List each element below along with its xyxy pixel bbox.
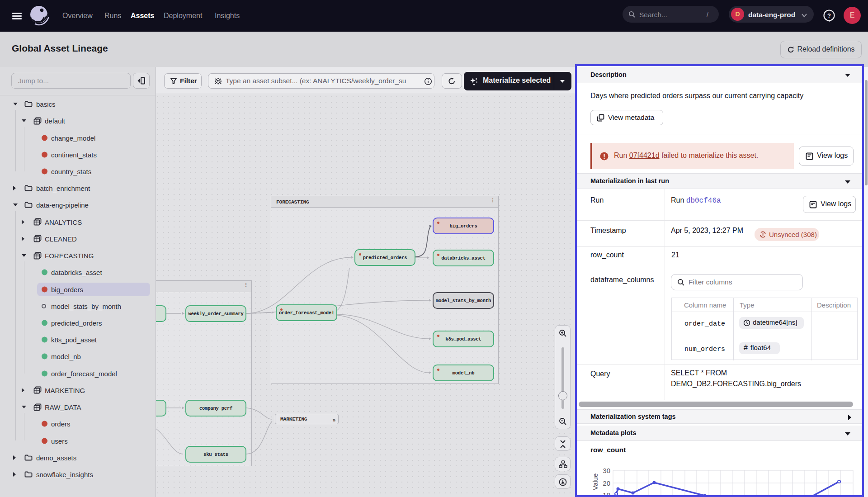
svg-text:30: 30 [603,467,610,474]
svg-text:Value: Value [591,473,599,490]
svg-text:20: 20 [603,479,610,487]
svg-text:?: ? [827,12,831,19]
svg-text:10: 10 [603,491,610,495]
